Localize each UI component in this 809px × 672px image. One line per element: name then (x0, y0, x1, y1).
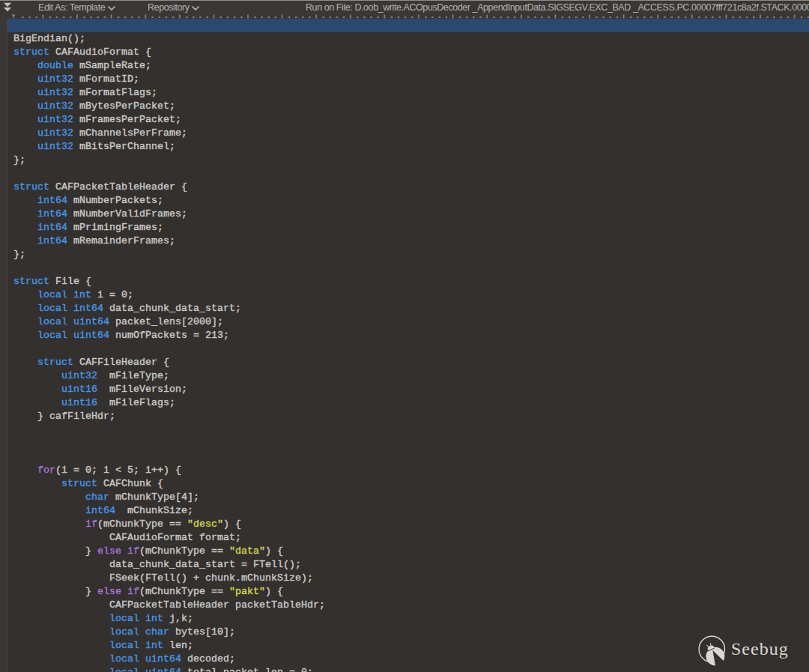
svg-text:Seebug: Seebug (731, 639, 789, 659)
